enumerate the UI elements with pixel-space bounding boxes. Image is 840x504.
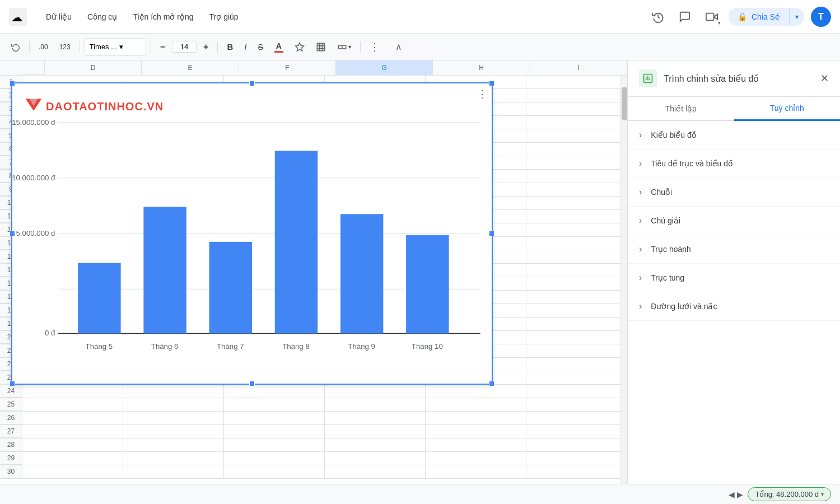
grid-cell[interactable] (526, 89, 627, 102)
panel-item-chuoi[interactable]: › Chuỗi (628, 178, 840, 207)
chart-container[interactable]: ⋮ DAOTAOTINHOC.VN (11, 82, 493, 385)
grid-cell[interactable] (22, 438, 123, 451)
panel-item-truc-tung[interactable]: › Trục tung (628, 264, 840, 292)
grid-cell[interactable] (224, 425, 325, 438)
grid-cell[interactable] (526, 371, 627, 384)
text-color-button[interactable]: A (270, 38, 288, 56)
grid-cell[interactable] (526, 76, 627, 88)
panel-close-button[interactable]: ✕ (820, 72, 829, 85)
grid-cell[interactable] (22, 465, 123, 478)
menu-extensions[interactable]: Tiện ích mở rộng (127, 9, 199, 25)
borders-button[interactable] (311, 38, 330, 56)
font-size-minus[interactable]: − (156, 38, 170, 56)
scrollbar-thumb[interactable] (622, 87, 627, 120)
grid-cell[interactable] (426, 465, 526, 478)
font-size-input[interactable]: 14 (172, 41, 197, 53)
col-f[interactable]: F (239, 60, 336, 75)
grid-cell[interactable] (526, 304, 627, 317)
grid-cell[interactable] (426, 385, 526, 398)
grid-cell[interactable] (526, 183, 627, 196)
grid-cell[interactable] (526, 425, 627, 438)
handle-top-right[interactable] (489, 81, 494, 86)
panel-item-tieu-de[interactable]: › Tiêu đề trục và biểu đồ (628, 150, 840, 178)
grid-cell[interactable] (325, 425, 426, 438)
grid-cell[interactable] (123, 465, 224, 478)
grid-cell[interactable] (526, 344, 627, 357)
grid-cell[interactable] (526, 102, 627, 115)
grid-cell[interactable] (325, 398, 426, 411)
handle-top-middle[interactable] (249, 81, 255, 86)
col-g[interactable]: G (336, 60, 433, 75)
col-d[interactable]: D (45, 60, 142, 75)
grid-cell[interactable] (526, 358, 627, 371)
italic-button[interactable]: I (240, 38, 251, 56)
grid-cell[interactable] (526, 331, 627, 344)
col-h[interactable]: H (433, 60, 530, 75)
grid-cell[interactable] (123, 412, 224, 424)
grid-cell[interactable] (526, 129, 627, 142)
grid-cell[interactable] (426, 452, 526, 465)
grid-cell[interactable] (22, 385, 123, 398)
share-button[interactable]: 🔒 Chia Sẻ ▾ (729, 8, 804, 26)
chart-menu-button[interactable]: ⋮ (477, 88, 487, 100)
spreadsheet-scrollbar[interactable] (620, 76, 627, 502)
panel-item-kieu-bieu-do[interactable]: › Kiểu biểu đồ (628, 121, 840, 150)
grid-cell[interactable] (325, 412, 426, 424)
col-i[interactable]: I (530, 60, 627, 75)
video-button[interactable]: ▾ (702, 7, 722, 27)
grid-cell[interactable] (526, 237, 627, 250)
grid-cell[interactable] (526, 438, 627, 451)
panel-item-chu-giai[interactable]: › Chú giải (628, 207, 840, 235)
handle-bottom-left[interactable] (10, 381, 15, 386)
grid-cell[interactable] (224, 465, 325, 478)
grid-cell[interactable] (123, 398, 224, 411)
menu-help[interactable]: Trợ giúp (204, 9, 244, 25)
grid-cell[interactable] (123, 385, 224, 398)
menu-data[interactable]: Dữ liệu (40, 9, 77, 25)
grid-cell[interactable] (123, 425, 224, 438)
grid-cell[interactable] (526, 385, 627, 398)
font-size-plus[interactable]: + (199, 38, 213, 56)
panel-item-duong-luoi[interactable]: › Đường lưới và nấc (628, 292, 840, 321)
share-arrow[interactable]: ▾ (789, 8, 804, 25)
highlight-color-button[interactable] (290, 38, 309, 56)
grid-cell[interactable] (325, 465, 426, 478)
grid-cell[interactable] (526, 318, 627, 330)
format-123[interactable]: 123 (55, 38, 75, 56)
handle-bottom-right[interactable] (489, 381, 494, 386)
grid-cell[interactable] (22, 398, 123, 411)
grid-cell[interactable] (325, 438, 426, 451)
bold-button[interactable]: B (222, 38, 237, 56)
share-main[interactable]: 🔒 Chia Sẻ (729, 8, 789, 26)
grid-cell[interactable] (22, 425, 123, 438)
handle-top-left[interactable] (10, 81, 15, 86)
grid-cell[interactable] (526, 156, 627, 169)
grid-cell[interactable] (123, 452, 224, 465)
grid-cell[interactable] (224, 452, 325, 465)
sheet-scroll-right[interactable]: ▶ (737, 490, 743, 499)
grid-cell[interactable] (123, 438, 224, 451)
grid-cell[interactable] (22, 412, 123, 424)
grid-cell[interactable] (526, 250, 627, 263)
more-button[interactable]: ⋮ (365, 38, 384, 56)
merge-button[interactable]: ▾ (333, 38, 356, 56)
grid-cell[interactable] (526, 197, 627, 209)
grid-cell[interactable] (526, 412, 627, 424)
grid-cell[interactable] (325, 385, 426, 398)
history-button[interactable] (648, 7, 668, 27)
comment-button[interactable] (675, 7, 695, 27)
grid-cell[interactable] (526, 264, 627, 277)
grid-cell[interactable] (526, 143, 627, 156)
strikethrough-button[interactable]: S (253, 38, 267, 56)
tab-thiet-lap[interactable]: Thiết lập (628, 97, 734, 120)
grid-cell[interactable] (526, 277, 627, 290)
grid-cell[interactable] (224, 438, 325, 451)
grid-cell[interactable] (526, 116, 627, 129)
menu-tools[interactable]: Công cụ (82, 9, 123, 25)
grid-cell[interactable] (526, 291, 627, 304)
total-badge[interactable]: Tổng: 48.200.000 đ ▾ (748, 487, 831, 501)
grid-cell[interactable] (526, 452, 627, 465)
font-name-selector[interactable]: Times ... ▾ (85, 38, 146, 56)
sheet-scroll-left[interactable]: ◀ (729, 490, 735, 499)
grid-cell[interactable] (526, 170, 627, 183)
